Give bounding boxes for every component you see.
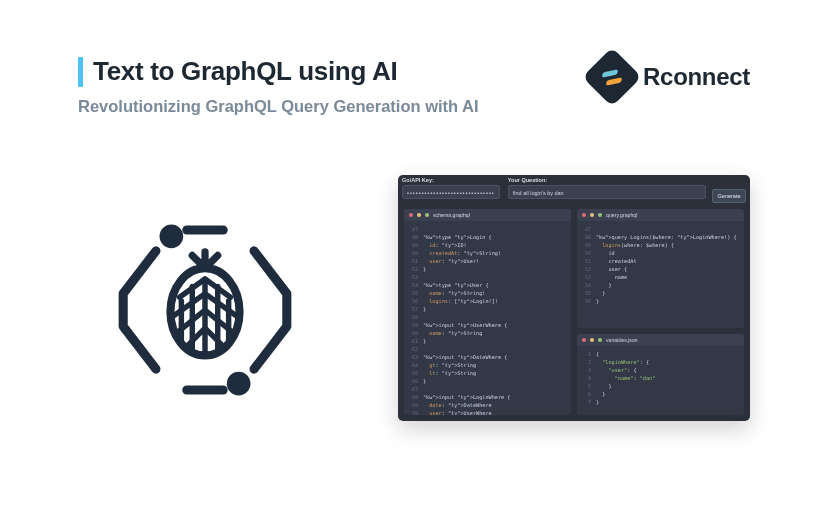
right-stack: query.graphql 4748"kw">query Logins($whe… [577, 209, 744, 415]
code-line: 69 date: "ty">DateWhere [404, 401, 571, 409]
code-line: 53 name [577, 273, 744, 281]
code-line: 47 [577, 225, 744, 233]
question-input[interactable]: find all login's by dan [508, 185, 706, 199]
window-dot-green-icon [425, 213, 429, 217]
page-title: Text to GraphQL using AI [93, 56, 397, 87]
code-line: 70 user: "ty">UserWhere [404, 409, 571, 415]
svg-point-0 [160, 225, 184, 249]
code-line: 1{ [577, 350, 744, 358]
app-top-controls: Go/API Key: ••••••••••••••••••••••••••••… [398, 175, 750, 205]
code-line: 59"kw">input "ty">UserWhere { [404, 321, 571, 329]
code-line: 3 "user": { [577, 366, 744, 374]
variables-code: 1{2 "loginWhere": {3 "user": {4 "name": … [577, 346, 744, 415]
code-line: 62 [404, 345, 571, 353]
schema-code: 4748"kw">type "ty">Login {49 id: "ty">ID… [404, 221, 571, 415]
api-key-field: Go/API Key: ••••••••••••••••••••••••••••… [398, 175, 504, 205]
code-line: 55 } [577, 289, 744, 297]
window-dot-yellow-icon [417, 213, 421, 217]
code-line: 48"kw">type "ty">Login { [404, 233, 571, 241]
code-line: 55 name: "ty">String! [404, 289, 571, 297]
code-line: 50 id [577, 249, 744, 257]
query-code: 4748"kw">query Logins($where: "ty">Login… [577, 221, 744, 328]
question-label: Your Question: [508, 177, 706, 183]
header-row: Text to GraphQL using AI Revolutionizing… [78, 56, 750, 116]
variables-pane-title: variables.json [606, 337, 638, 343]
code-line: 67 [404, 385, 571, 393]
query-pane: query.graphql 4748"kw">query Logins($whe… [577, 209, 744, 328]
code-line: 60 name: "ty">String [404, 329, 571, 337]
code-line: 58 [404, 313, 571, 321]
pinecone-graphql-illustration [105, 210, 305, 410]
code-line: 66} [404, 377, 571, 385]
code-line: 61} [404, 337, 571, 345]
code-line: 2 "loginWhere": { [577, 358, 744, 366]
code-line: 4 "name": "dan" [577, 374, 744, 382]
app-body: schema.graphql 4748"kw">type "ty">Login … [398, 205, 750, 421]
title-accent-bar [78, 57, 83, 87]
schema-pane: schema.graphql 4748"kw">type "ty">Login … [404, 209, 571, 415]
schema-pane-title: schema.graphql [433, 212, 470, 218]
pane-header: query.graphql [577, 209, 744, 221]
code-line: 57} [404, 305, 571, 313]
title-row: Text to GraphQL using AI [78, 56, 479, 87]
code-line: 49 id: "ty">ID! [404, 241, 571, 249]
code-line: 47 [404, 225, 571, 233]
code-line: 54 } [577, 281, 744, 289]
code-line: 63"kw">input "ty">DateWhere { [404, 353, 571, 361]
code-line: 64 gt: "ty">String [404, 361, 571, 369]
title-block: Text to GraphQL using AI Revolutionizing… [78, 56, 479, 116]
code-line: 56 logins: ["ty">Login!]! [404, 297, 571, 305]
generate-button[interactable]: Generate [712, 189, 746, 203]
brand-icon [582, 47, 641, 106]
window-dot-yellow-icon [590, 213, 594, 217]
code-line: 5 } [577, 382, 744, 390]
api-key-input[interactable]: •••••••••••••••••••••••••••••• [402, 185, 500, 199]
code-line: 6 } [577, 390, 744, 398]
window-dot-red-icon [582, 338, 586, 342]
window-dot-green-icon [598, 338, 602, 342]
code-line: 53 [404, 273, 571, 281]
brand-name: Rconnect [643, 63, 750, 91]
code-line: 52 user { [577, 265, 744, 273]
page-subtitle: Revolutionizing GraphQL Query Generation… [78, 97, 479, 116]
code-line: 51 createdAt [577, 257, 744, 265]
query-pane-title: query.graphql [606, 212, 637, 218]
svg-point-1 [227, 372, 251, 396]
window-dot-yellow-icon [590, 338, 594, 342]
code-line: 51 user: "ty">User! [404, 257, 571, 265]
question-field: Your Question: find all login's by dan [504, 175, 710, 205]
code-line: 54"kw">type "ty">User { [404, 281, 571, 289]
code-line: 50 createdAt: "ty">String! [404, 249, 571, 257]
code-line: 48"kw">query Logins($where: "ty">LoginWh… [577, 233, 744, 241]
pane-header: variables.json [577, 334, 744, 346]
variables-pane: variables.json 1{2 "loginWhere": {3 "use… [577, 334, 744, 415]
code-line: 49 logins(where: $where) { [577, 241, 744, 249]
pane-header: schema.graphql [404, 209, 571, 221]
code-line: 56} [577, 297, 744, 305]
code-line: 52} [404, 265, 571, 273]
code-line: 68"kw">input "ty">LoginWhere { [404, 393, 571, 401]
brand: Rconnect [591, 56, 750, 98]
window-dot-red-icon [409, 213, 413, 217]
window-dot-red-icon [582, 213, 586, 217]
api-key-label: Go/API Key: [402, 177, 500, 183]
window-dot-green-icon [598, 213, 602, 217]
code-line: 65 lt: "ty">String [404, 369, 571, 377]
app-screenshot-mock: Go/API Key: ••••••••••••••••••••••••••••… [398, 175, 750, 421]
code-line: 7} [577, 398, 744, 406]
